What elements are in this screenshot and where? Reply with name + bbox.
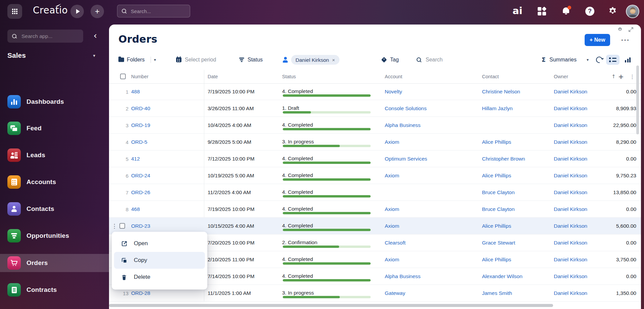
contact-link[interactable]: Alice Phillips xyxy=(482,173,511,179)
order-date: 2/10/2025 11:00 PM xyxy=(208,257,254,263)
order-number-link[interactable]: ORD-23 xyxy=(131,223,150,229)
play-button[interactable] xyxy=(70,5,84,18)
global-search-input[interactable] xyxy=(130,8,182,14)
sidebar-item-opportunities[interactable]: Opportunities xyxy=(0,227,109,245)
account-link[interactable]: Alpha Business xyxy=(385,122,421,128)
context-menu-item-open[interactable]: Open xyxy=(114,235,205,252)
sidebar-item-contracts[interactable]: Contracts xyxy=(0,281,109,299)
order-date: 7/19/2025 10:00 PM xyxy=(208,89,255,95)
order-amount: 13,850.00 xyxy=(572,189,636,195)
creatio-ai-button[interactable]: ai xyxy=(513,5,523,16)
chat-icon xyxy=(10,125,18,132)
funnel-icon xyxy=(11,233,17,238)
context-menu-item-delete[interactable]: Delete xyxy=(114,269,205,285)
order-number-link[interactable]: 468 xyxy=(131,206,140,212)
order-amount: 8,290.00 xyxy=(572,139,636,145)
account-link[interactable]: Axiom xyxy=(385,173,399,179)
order-status: 1. Draft xyxy=(282,105,299,111)
contact-link[interactable]: Alice Phillips xyxy=(482,139,511,145)
user-avatar[interactable] xyxy=(626,5,639,18)
status-progress-fill xyxy=(283,145,340,147)
contact-link[interactable]: Bruce Clayton xyxy=(482,206,515,212)
order-number-link[interactable]: ORD-5 xyxy=(131,139,147,145)
account-link[interactable]: Axiom xyxy=(385,257,399,263)
app-search[interactable] xyxy=(7,30,83,43)
row-checkbox[interactable] xyxy=(119,223,125,229)
help-icon[interactable]: ? xyxy=(585,7,594,16)
contact-link[interactable]: Hillam Jazlyn xyxy=(482,105,513,112)
sidebar-item-contacts[interactable]: Contacts xyxy=(0,200,109,218)
global-search[interactable] xyxy=(117,5,190,17)
order-amount: 3,750.00 xyxy=(572,257,636,263)
order-status: 4. Completed xyxy=(282,273,313,279)
contact-link[interactable]: Alice Phillips xyxy=(482,257,511,263)
sidebar-item-label: Feed xyxy=(26,125,42,132)
contact-link[interactable]: Bruce Clayton xyxy=(482,189,515,195)
contact-link[interactable]: James Smith xyxy=(482,290,512,296)
app-launcher-button[interactable] xyxy=(7,4,22,19)
account-link[interactable]: Alpha Business xyxy=(385,273,421,279)
vertical-scrollbar[interactable] xyxy=(636,65,639,134)
order-number-link[interactable]: 488 xyxy=(131,89,140,95)
order-date: 7/14/2025 10:00 PM xyxy=(208,273,255,279)
account-link[interactable]: Optimum Services xyxy=(385,156,427,162)
workspace-caret-icon[interactable]: ▾ xyxy=(93,53,95,58)
app-search-input[interactable] xyxy=(21,33,76,40)
sidebar-item-orders[interactable]: Orders xyxy=(0,254,109,272)
lead-tile xyxy=(7,148,21,162)
account-link[interactable]: Axiom xyxy=(385,223,399,229)
account-link[interactable]: Axiom xyxy=(385,139,399,145)
sidebar-item-leads[interactable]: Leads xyxy=(0,146,109,164)
row-index: 8 xyxy=(115,206,128,212)
row-kebab-icon[interactable]: ⋮ xyxy=(111,223,118,229)
table-row[interactable]: 3ORD-1910/4/2025 4:00 AM4. CompletedAlph… xyxy=(109,117,641,134)
contact-link[interactable]: Alexander Wilson xyxy=(482,273,523,279)
table-row[interactable]: 2ORD-403/26/2025 11:00 AM1. DraftConsole… xyxy=(109,100,641,117)
notifications-bell-icon[interactable] xyxy=(562,7,571,15)
sidebar-item-label: Dashboards xyxy=(26,98,64,105)
building-tile xyxy=(7,175,21,189)
contact-link[interactable]: Christopher Brown xyxy=(482,156,525,162)
order-number-link[interactable]: ORD-19 xyxy=(131,122,150,128)
bar-chart-icon xyxy=(11,99,17,105)
table-row[interactable]: 84687/19/2025 10:00 PM4. CompletedAxiomB… xyxy=(109,201,641,218)
order-status: 2. Confirmation xyxy=(282,239,317,246)
global-add-button[interactable]: + xyxy=(91,5,104,18)
sidebar-item-dashboards[interactable]: Dashboards xyxy=(0,93,109,111)
table-row[interactable]: 14887/19/2025 10:00 PM4. CompletedNovelt… xyxy=(109,83,641,100)
sidebar-item-invoices[interactable]: Invoices xyxy=(0,308,109,309)
status-progress-fill xyxy=(283,246,339,248)
horizontal-scrollbar[interactable] xyxy=(109,304,553,307)
settings-gear-icon[interactable] xyxy=(608,6,617,15)
status-progress-fill xyxy=(283,279,371,281)
sidebar-item-feed[interactable]: Feed xyxy=(0,119,109,137)
contact-link[interactable]: Christine Nelson xyxy=(482,89,520,95)
order-number-link[interactable]: ORD-40 xyxy=(131,105,150,112)
account-link[interactable]: Clearsoft xyxy=(385,240,406,246)
order-amount: 1,350.00 xyxy=(572,290,636,296)
funnel-tile xyxy=(7,229,21,242)
account-link[interactable]: Axiom xyxy=(385,206,399,212)
account-link[interactable]: Console Solutions xyxy=(385,105,427,112)
table-row[interactable]: 4ORD-59/28/2025 5:00 AM3. In progressAxi… xyxy=(109,134,641,150)
order-status: 3. In progress xyxy=(282,290,314,296)
order-number-link[interactable]: 412 xyxy=(131,156,140,162)
sidebar-item-accounts[interactable]: Accounts xyxy=(0,173,109,191)
order-number-link[interactable]: ORD-24 xyxy=(131,173,150,179)
account-link[interactable]: Novelty xyxy=(385,89,402,95)
account-link[interactable]: Gateway xyxy=(385,290,405,296)
workspaces-icon[interactable] xyxy=(538,7,546,16)
order-number-link[interactable]: ORD-26 xyxy=(131,189,150,195)
contact-link[interactable]: Grace Stewart xyxy=(482,240,515,246)
status-progress-fill xyxy=(283,195,371,197)
context-menu-item-copy[interactable]: Copy xyxy=(114,252,205,269)
table-row[interactable]: 6ORD-2410/19/2025 5:00 AM4. CompletedAxi… xyxy=(109,167,641,184)
table-row[interactable]: 7ORD-2611/2/2025 4:00 AM4. CompletedBruc… xyxy=(109,184,641,201)
order-date: 10/19/2025 5:00 AM xyxy=(208,173,254,179)
table-row[interactable]: 54127/12/2025 10:00 PM4. CompletedOptimu… xyxy=(109,150,641,167)
workspace-selector[interactable]: Sales ▾ xyxy=(7,51,95,59)
order-number-link[interactable]: ORD-28 xyxy=(131,290,150,296)
row-index: 7 xyxy=(115,189,128,195)
collapse-sidebar-chevron-icon[interactable]: ‹ xyxy=(89,29,102,43)
contact-link[interactable]: Alice Phillips xyxy=(482,223,511,229)
